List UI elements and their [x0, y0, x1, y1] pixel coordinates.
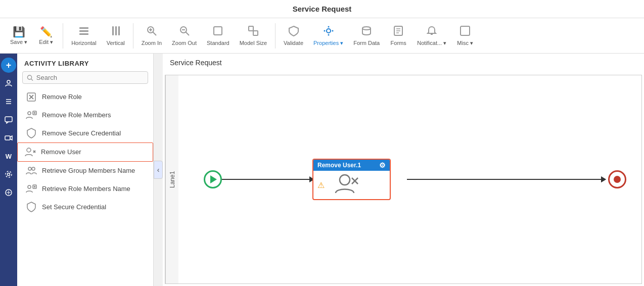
remove-user-task-node[interactable]: Remove User.1 ⚙ ⚠	[312, 159, 391, 200]
svg-point-21	[362, 27, 371, 30]
validate-button[interactable]: Validate	[280, 23, 307, 48]
forms-button[interactable]: Forms	[386, 23, 411, 48]
start-play-icon	[210, 175, 217, 183]
iconbar-plus[interactable]: +	[1, 58, 16, 73]
properties-button[interactable]: Properties ▾	[309, 23, 347, 49]
svg-point-57	[340, 175, 350, 185]
form-data-label: Form Data	[353, 40, 380, 46]
end-event[interactable]	[608, 170, 626, 188]
standard-button[interactable]: Standard	[203, 23, 234, 48]
canvas-area: Service Request Lane1 Remove User.1 ⚙	[163, 54, 644, 286]
stop-icon	[614, 176, 621, 183]
misc-button[interactable]: Misc ▾	[452, 23, 478, 49]
collapse-panel-button[interactable]: ‹	[154, 161, 163, 179]
library-item-remove-user[interactable]: Remove User	[17, 142, 153, 162]
node-title: Remove User.1	[317, 162, 361, 169]
remove-role-label: Remove Role	[42, 93, 82, 102]
topbar: Service Request	[0, 0, 644, 18]
zoom-out-button[interactable]: Zoom Out	[168, 23, 201, 48]
iconbar-chat[interactable]	[1, 112, 16, 127]
form-data-icon	[361, 25, 372, 39]
iconbar-video[interactable]	[1, 130, 16, 146]
flow-arrow-1	[222, 179, 310, 180]
edit-label: Edit ▾	[39, 39, 53, 45]
iconbar-circle[interactable]	[1, 185, 16, 200]
edit-icon: ✏️	[40, 26, 53, 38]
search-icon	[27, 74, 33, 81]
warning-icon: ⚠	[317, 180, 325, 190]
notification-icon	[426, 25, 437, 39]
retrieve-group-members-icon	[26, 165, 37, 176]
svg-rect-33	[5, 136, 10, 140]
svg-point-48	[27, 148, 31, 152]
toolbar-sep-1	[63, 23, 63, 49]
form-data-button[interactable]: Form Data	[349, 23, 384, 48]
properties-icon	[323, 25, 334, 39]
remove-role-members-label: Remove Role Members	[42, 111, 111, 120]
vertical-button[interactable]: Vertical	[103, 23, 129, 48]
vertical-label: Vertical	[107, 40, 125, 46]
misc-label: Misc ▾	[457, 40, 473, 46]
model-size-button[interactable]: Model Size	[236, 23, 271, 48]
remove-secure-credential-label: Remove Secure Credential	[42, 129, 121, 138]
edit-button[interactable]: ✏️ Edit ▾	[33, 24, 59, 47]
horizontal-button[interactable]: Horizontal	[67, 23, 101, 48]
library-item-remove-role-members[interactable]: Remove Role Members	[17, 106, 153, 124]
library-item-set-secure-credential[interactable]: Set Secure Credential	[17, 198, 153, 216]
user-x-svg	[334, 174, 359, 196]
set-secure-credential-icon	[26, 202, 37, 213]
svg-line-11	[186, 32, 189, 36]
iconbar-settings[interactable]	[1, 167, 16, 182]
horizontal-icon	[78, 25, 89, 39]
save-icon: 💾	[13, 26, 25, 38]
retrieve-role-members-label: Retrieve Role Members Name	[42, 185, 130, 194]
zoom-out-icon	[179, 25, 190, 39]
arrow2-head	[601, 176, 606, 182]
notification-button[interactable]: Notificat... ▾	[413, 23, 450, 49]
search-input[interactable]	[36, 74, 144, 81]
model-size-label: Model Size	[240, 40, 267, 46]
remove-role-icon	[26, 91, 37, 103]
main-area: + W ACTIVITY LIBRARY	[0, 54, 644, 286]
iconbar-user[interactable]	[1, 76, 16, 91]
standard-label: Standard	[207, 40, 229, 46]
zoom-in-label: Zoom In	[142, 40, 162, 46]
lane-label: Lane1	[165, 75, 178, 283]
svg-rect-1	[79, 30, 88, 32]
svg-rect-3	[112, 26, 114, 35]
remove-user-label: Remove User	[41, 148, 81, 157]
lane-content: Remove User.1 ⚙ ⚠	[178, 75, 641, 283]
icon-bar: + W	[0, 54, 17, 286]
retrieve-role-members-icon	[26, 183, 37, 195]
toolbar-sep-2	[133, 23, 133, 49]
node-gear-icon[interactable]: ⚙	[379, 161, 386, 169]
zoom-in-button[interactable]: Zoom In	[137, 23, 166, 48]
svg-point-19	[324, 30, 325, 31]
svg-rect-4	[115, 26, 117, 35]
save-button[interactable]: 💾 Save ▾	[6, 24, 31, 47]
iconbar-list[interactable]	[1, 94, 16, 109]
svg-point-18	[328, 34, 329, 35]
user-remove-graphic	[334, 174, 359, 196]
zoom-out-label: Zoom Out	[172, 40, 197, 46]
node-header: Remove User.1 ⚙	[313, 160, 390, 171]
iconbar-wordpress[interactable]: W	[1, 149, 16, 164]
activity-library: ACTIVITY LIBRARY Remove Role Remove Role…	[17, 54, 154, 286]
library-item-retrieve-group-members[interactable]: Retrieve Group Members Name	[17, 162, 153, 180]
start-event[interactable]	[204, 170, 222, 188]
svg-rect-5	[118, 26, 120, 35]
library-search-container[interactable]	[22, 71, 148, 84]
svg-point-53	[28, 185, 31, 188]
library-header: ACTIVITY LIBRARY	[17, 54, 153, 71]
set-secure-credential-label: Set Secure Credential	[42, 203, 106, 212]
toolbar-sep-3	[275, 23, 275, 49]
zoom-in-icon	[146, 25, 157, 39]
library-item-remove-secure-credential[interactable]: Remove Secure Credential	[17, 124, 153, 142]
horizontal-label: Horizontal	[71, 40, 97, 46]
svg-line-40	[31, 79, 33, 80]
library-item-remove-role[interactable]: Remove Role	[17, 88, 153, 106]
library-item-retrieve-role-members[interactable]: Retrieve Role Members Name	[17, 180, 153, 198]
model-size-icon	[248, 25, 259, 39]
svg-point-20	[332, 30, 333, 31]
svg-point-44	[28, 112, 31, 115]
